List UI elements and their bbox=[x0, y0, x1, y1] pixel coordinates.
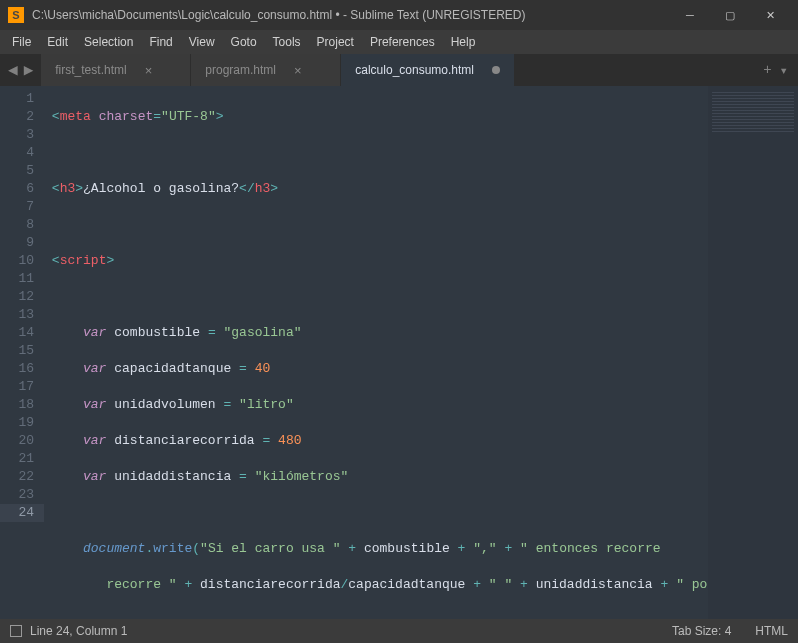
menu-help[interactable]: Help bbox=[443, 35, 484, 49]
line-number: 14 bbox=[0, 324, 34, 342]
tab-history-nav: ◀ ▶ bbox=[0, 54, 41, 86]
close-icon[interactable]: × bbox=[294, 63, 302, 78]
menu-selection[interactable]: Selection bbox=[76, 35, 141, 49]
tab-size-indicator[interactable]: Tab Size: 4 bbox=[672, 624, 731, 638]
line-number: 6 bbox=[0, 180, 34, 198]
tab-first-test[interactable]: first_test.html × bbox=[41, 54, 191, 86]
window-title: C:\Users\micha\Documents\Logic\calculo_c… bbox=[32, 8, 670, 22]
menu-tools[interactable]: Tools bbox=[265, 35, 309, 49]
line-number: 22 bbox=[0, 468, 34, 486]
close-button[interactable]: ✕ bbox=[750, 0, 790, 30]
line-number: 1 bbox=[0, 90, 34, 108]
code-area[interactable]: <meta charset="UTF-8"> <h3>¿Alcohol o ga… bbox=[44, 86, 708, 619]
minimap-preview bbox=[712, 92, 794, 132]
line-number: 7 bbox=[0, 198, 34, 216]
tab-actions: + ▾ bbox=[753, 54, 798, 86]
tab-label: program.html bbox=[205, 63, 276, 77]
app-icon: S bbox=[8, 7, 24, 23]
tab-calculo-consumo[interactable]: calculo_consumo.html bbox=[341, 54, 515, 86]
line-number: 10 bbox=[0, 252, 34, 270]
line-number: 3 bbox=[0, 126, 34, 144]
line-number: 20 bbox=[0, 432, 34, 450]
new-tab-button[interactable]: + bbox=[763, 62, 771, 78]
line-number: 4 bbox=[0, 144, 34, 162]
tab-bar: ◀ ▶ first_test.html × program.html × cal… bbox=[0, 54, 798, 86]
menu-view[interactable]: View bbox=[181, 35, 223, 49]
menu-goto[interactable]: Goto bbox=[223, 35, 265, 49]
menu-file[interactable]: File bbox=[4, 35, 39, 49]
nav-back-icon[interactable]: ◀ bbox=[8, 60, 18, 80]
tab-program[interactable]: program.html × bbox=[191, 54, 341, 86]
line-number: 5 bbox=[0, 162, 34, 180]
line-number: 23 bbox=[0, 486, 34, 504]
line-number: 19 bbox=[0, 414, 34, 432]
statusbar: Line 24, Column 1 Tab Size: 4 HTML bbox=[0, 619, 798, 643]
menu-preferences[interactable]: Preferences bbox=[362, 35, 443, 49]
titlebar: S C:\Users\micha\Documents\Logic\calculo… bbox=[0, 0, 798, 30]
tab-menu-icon[interactable]: ▾ bbox=[780, 62, 788, 79]
line-number: 21 bbox=[0, 450, 34, 468]
line-number: 15 bbox=[0, 342, 34, 360]
syntax-indicator[interactable]: HTML bbox=[755, 624, 788, 638]
line-number: 11 bbox=[0, 270, 34, 288]
menubar: File Edit Selection Find View Goto Tools… bbox=[0, 30, 798, 54]
line-number: 9 bbox=[0, 234, 34, 252]
line-number: 12 bbox=[0, 288, 34, 306]
menu-project[interactable]: Project bbox=[309, 35, 362, 49]
dirty-indicator-icon bbox=[492, 66, 500, 74]
cursor-position[interactable]: Line 24, Column 1 bbox=[30, 624, 127, 638]
maximize-button[interactable]: ▢ bbox=[710, 0, 750, 30]
line-gutter: 1 2 3 4 5 6 7 8 9 10 11 12 13 14 15 16 1… bbox=[0, 86, 44, 619]
line-number: 18 bbox=[0, 396, 34, 414]
line-number: 17 bbox=[0, 378, 34, 396]
line-number: 24 bbox=[0, 504, 44, 522]
line-number: 16 bbox=[0, 360, 34, 378]
minimap[interactable] bbox=[708, 86, 798, 619]
tab-label: calculo_consumo.html bbox=[355, 63, 474, 77]
line-number: 2 bbox=[0, 108, 34, 126]
menu-find[interactable]: Find bbox=[141, 35, 180, 49]
close-icon[interactable]: × bbox=[145, 63, 153, 78]
window-controls: ─ ▢ ✕ bbox=[670, 0, 790, 30]
line-number: 13 bbox=[0, 306, 34, 324]
menu-edit[interactable]: Edit bbox=[39, 35, 76, 49]
nav-forward-icon[interactable]: ▶ bbox=[24, 60, 34, 80]
tab-label: first_test.html bbox=[55, 63, 126, 77]
line-number: 8 bbox=[0, 216, 34, 234]
editor[interactable]: 1 2 3 4 5 6 7 8 9 10 11 12 13 14 15 16 1… bbox=[0, 86, 798, 619]
tab-list: first_test.html × program.html × calculo… bbox=[41, 54, 753, 86]
panel-switcher-icon[interactable] bbox=[10, 625, 22, 637]
minimize-button[interactable]: ─ bbox=[670, 0, 710, 30]
